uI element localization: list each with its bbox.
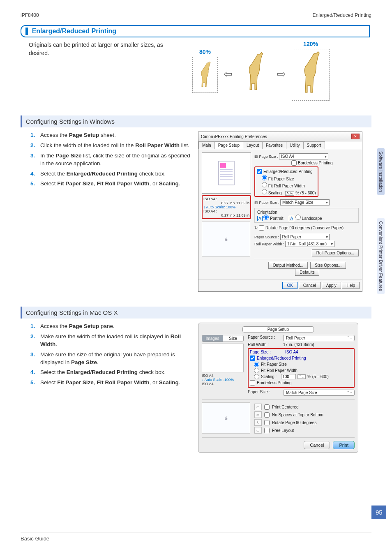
output-method-button[interactable]: Output Method... bbox=[268, 262, 308, 269]
mac-page-preview bbox=[202, 344, 244, 372]
step-number: 3. bbox=[30, 152, 37, 168]
title-text: Enlarged/Reduced Printing bbox=[32, 28, 116, 35]
mac-scaling-radio[interactable] bbox=[254, 374, 259, 379]
mac-rotate-checkbox[interactable] bbox=[264, 420, 270, 425]
tab-size[interactable]: Size bbox=[223, 335, 243, 342]
scaling-illustration: 80% ⇦ ⇨ 120% bbox=[192, 41, 330, 101]
paper-source-dropdown[interactable]: Roll Paper bbox=[280, 234, 330, 240]
portrait-icon: A bbox=[257, 216, 263, 221]
cancel-button[interactable]: Cancel bbox=[299, 282, 321, 289]
step-number: 3. bbox=[30, 351, 37, 367]
fit-paper-radio[interactable] bbox=[262, 175, 267, 180]
borderless-checkbox[interactable] bbox=[291, 160, 297, 166]
fit-roll-radio[interactable] bbox=[262, 182, 267, 187]
section-title: Enlarged/Reduced Printing bbox=[21, 25, 370, 37]
tab-main[interactable]: Main bbox=[198, 141, 215, 149]
mac-printer-illustration: 🖨 bbox=[202, 402, 250, 434]
defaults-button[interactable]: Defaults bbox=[295, 269, 319, 276]
title-accent bbox=[25, 28, 28, 35]
mac-cancel-button[interactable]: Cancel bbox=[304, 441, 330, 449]
page-preview bbox=[202, 152, 251, 194]
dialog-tabs: Main Page Setup Layout Favorites Utility… bbox=[198, 141, 362, 149]
orientation-group: Orientation A Portrait A Landscape bbox=[254, 208, 359, 223]
mac-freelayout-checkbox[interactable] bbox=[264, 428, 270, 433]
header-topic: Enlarged/Reduced Printing bbox=[313, 12, 371, 18]
svg-rect-1 bbox=[220, 163, 226, 168]
giraffe-icon bbox=[197, 61, 213, 90]
tab-page-setup[interactable]: Page Setup bbox=[214, 141, 243, 149]
list-item: 1.Access the Page Setup sheet. bbox=[30, 132, 191, 139]
windows-steps: 1.Access the Page Setup sheet. 2.Click t… bbox=[30, 132, 191, 190]
list-item: 2.Make sure the width of the loaded roll… bbox=[30, 333, 191, 349]
preview-info-highlight: ISO A4 : 8.27 in x 11.69 in ↓ Auto Scale… bbox=[202, 195, 251, 219]
mac-paper-size-dropdown[interactable]: Match Page Size bbox=[283, 390, 355, 396]
list-item: 3.In the Page Size list, click the size … bbox=[30, 152, 191, 168]
step-number: 1. bbox=[30, 132, 37, 139]
page-size-dropdown[interactable]: ISO A4 bbox=[279, 153, 328, 159]
header-model: iPF8400 bbox=[21, 12, 39, 18]
enlarged-highlight: Enlarged/Reduced Printing Fit Paper Size… bbox=[254, 166, 318, 197]
step-number: 2. bbox=[30, 142, 37, 150]
tab-utility[interactable]: Utility bbox=[286, 141, 303, 149]
tab-images[interactable]: Images bbox=[202, 335, 223, 342]
mac-info-iso1: ISO A4 bbox=[202, 374, 244, 378]
mac-fit-roll-radio[interactable] bbox=[254, 368, 259, 373]
list-item: 5.Select Fit Paper Size, Fit Roll Paper … bbox=[30, 379, 191, 387]
dialog-titlebar: Canon iPFxxxx Printing Preferences ✕ bbox=[198, 132, 362, 141]
page-number: 95 bbox=[371, 506, 386, 519]
size-options-button[interactable]: Size Options... bbox=[310, 262, 346, 269]
roll-width-dropdown[interactable]: 17-in. Roll (431.8mm) bbox=[285, 241, 334, 247]
scale-label-120: 120% bbox=[303, 41, 318, 47]
side-tab-driver-features: Convenient Printer Driver Features bbox=[377, 218, 385, 294]
dialog-title: Canon iPFxxxx Printing Preferences bbox=[201, 134, 267, 139]
mac-paper-source-dropdown[interactable]: Roll Paper bbox=[283, 335, 355, 341]
footer: Basic Guide bbox=[21, 533, 371, 542]
mac-fit-paper-radio[interactable] bbox=[254, 362, 259, 367]
roll-options-button[interactable]: Roll Paper Options... bbox=[312, 249, 359, 256]
tab-favorites[interactable]: Favorites bbox=[262, 141, 286, 149]
apply-button[interactable]: Apply bbox=[322, 282, 341, 289]
step-number: 2. bbox=[30, 333, 37, 349]
scaling-radio[interactable] bbox=[262, 189, 267, 194]
close-icon[interactable]: ✕ bbox=[351, 134, 360, 139]
printer-illustration: 🖨 bbox=[202, 222, 250, 257]
giraffe-icon bbox=[242, 52, 267, 95]
rotate-icon: ↻ bbox=[254, 226, 258, 230]
mac-print-centered-checkbox[interactable] bbox=[264, 404, 270, 410]
enlarged-reduced-checkbox[interactable] bbox=[257, 169, 262, 174]
scale-label-80: 80% bbox=[199, 48, 211, 55]
tab-support[interactable]: Support bbox=[303, 141, 325, 149]
mac-info-iso2: ISO A4 bbox=[202, 382, 244, 386]
nospaces-icon: ▭ bbox=[254, 411, 262, 418]
mac-enlarged-checkbox[interactable] bbox=[250, 355, 255, 361]
list-item: 2.Click the width of the loaded roll in … bbox=[30, 142, 191, 150]
freelayout-icon: ▭ bbox=[254, 427, 262, 434]
portrait-radio[interactable] bbox=[263, 215, 269, 220]
scaling-auto-value: Auto bbox=[285, 191, 294, 196]
step-number: 4. bbox=[30, 170, 37, 178]
pane-dropdown[interactable]: Page Setup bbox=[242, 326, 314, 332]
landscape-radio[interactable] bbox=[295, 215, 301, 220]
help-button[interactable]: Help bbox=[342, 282, 360, 289]
centered-icon: ▭ bbox=[254, 404, 262, 410]
stepper-icon[interactable]: ⌃⌄ bbox=[297, 374, 306, 379]
giraffe-icon bbox=[295, 51, 326, 98]
mac-borderless-checkbox[interactable] bbox=[250, 380, 255, 385]
ok-button[interactable]: OK bbox=[282, 282, 297, 289]
mac-print-button[interactable]: Print bbox=[333, 441, 355, 449]
step-number: 4. bbox=[30, 369, 37, 376]
rotate-checkbox[interactable] bbox=[259, 225, 264, 231]
landscape-icon: A bbox=[289, 216, 294, 221]
windows-dialog: Canon iPFxxxx Printing Preferences ✕ Mai… bbox=[198, 132, 362, 292]
mac-scaling-input[interactable] bbox=[281, 374, 296, 379]
mac-enlarged-highlight: Page Size :ISO A4 Enlarged/Reduced Print… bbox=[248, 348, 355, 388]
step-number: 1. bbox=[30, 323, 37, 330]
tab-layout[interactable]: Layout bbox=[243, 141, 263, 149]
paper-size-dropdown[interactable]: Match Page Size bbox=[280, 199, 330, 205]
list-item: 3.Make sure the size of the original you… bbox=[30, 351, 191, 367]
rotate-icon: ↻ bbox=[254, 419, 262, 426]
mac-nospaces-checkbox[interactable] bbox=[264, 412, 270, 418]
mac-dialog: Page Setup Images Size ISO A4 ↓ Auto Sca… bbox=[198, 323, 358, 453]
step-number: 5. bbox=[30, 180, 37, 188]
list-item: 4.Select the Enlarged/Reduced Printing c… bbox=[30, 369, 191, 376]
